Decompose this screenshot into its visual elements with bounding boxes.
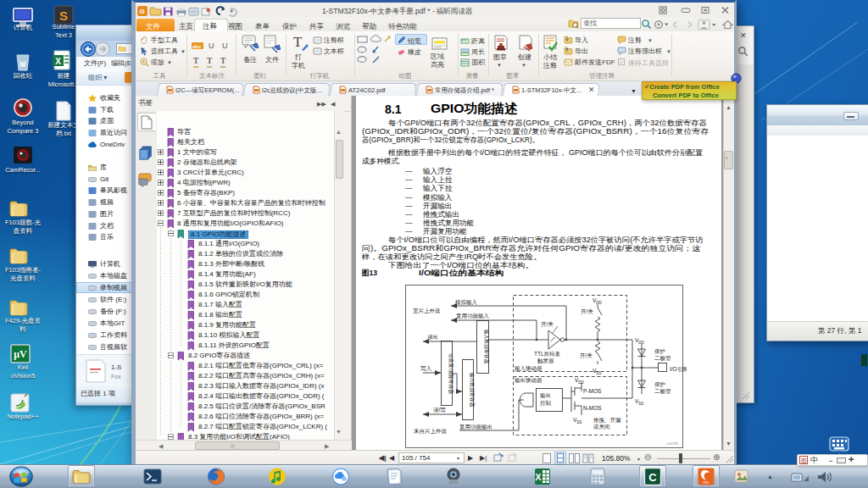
svg-text:二极管: 二极管 — [654, 355, 671, 362]
svg-text:写入: 写入 — [420, 365, 432, 371]
svg-text:控制: 控制 — [540, 400, 551, 406]
svg-text:S: S — [59, 8, 68, 23]
svg-text:I/O引脚: I/O引脚 — [670, 366, 687, 373]
svg-text:开/关: 开/关 — [581, 308, 593, 314]
svg-text:二极管: 二极管 — [654, 388, 671, 395]
svg-text:PDF: PDF — [704, 481, 709, 485]
svg-text:模拟输入: 模拟输入 — [455, 299, 478, 306]
svg-text:或关闭: 或关闭 — [593, 424, 610, 430]
svg-text:读/写: 读/写 — [433, 407, 446, 413]
svg-text:C: C — [648, 471, 657, 484]
svg-text:复用功能输入: 复用功能输入 — [456, 313, 490, 319]
svg-text:读出: 读出 — [427, 334, 438, 340]
svg-text:输入驱动器: 输入驱动器 — [515, 365, 542, 372]
svg-text:ai14781: ai14781 — [666, 441, 679, 446]
svg-text:推挽、开漏: 推挽、开漏 — [593, 417, 621, 424]
svg-text:开/关: 开/关 — [541, 321, 554, 327]
svg-text:T: T — [141, 47, 145, 53]
svg-text:X: X — [55, 57, 61, 66]
svg-text:输入数据寄存器: 输入数据寄存器 — [483, 330, 489, 364]
svg-text:X: X — [535, 472, 542, 482]
svg-text:μV: μV — [14, 348, 27, 360]
svg-text:N-MOS: N-MOS — [583, 405, 602, 411]
svg-text:至片上外设: 至片上外设 — [413, 308, 441, 314]
svg-text:保护: 保护 — [654, 348, 665, 354]
svg-text:P-MOS: P-MOS — [583, 388, 602, 394]
svg-text:输出数据寄存器: 输出数据寄存器 — [469, 373, 475, 408]
svg-text:复用功能输出: 复用功能输出 — [459, 424, 492, 430]
svg-text:输出驱动器: 输出驱动器 — [515, 377, 542, 384]
svg-text:位设置/清除寄存器: 位设置/清除寄存器 — [448, 353, 454, 394]
svg-text:触发器: 触发器 — [537, 358, 554, 364]
svg-text:输出: 输出 — [540, 392, 551, 399]
svg-text:开/关: 开/关 — [580, 352, 593, 358]
svg-text:TTL肖特基: TTL肖特基 — [534, 351, 561, 358]
svg-text:保护: 保护 — [654, 381, 665, 387]
svg-text:来自片上外设: 来自片上外设 — [414, 428, 448, 435]
